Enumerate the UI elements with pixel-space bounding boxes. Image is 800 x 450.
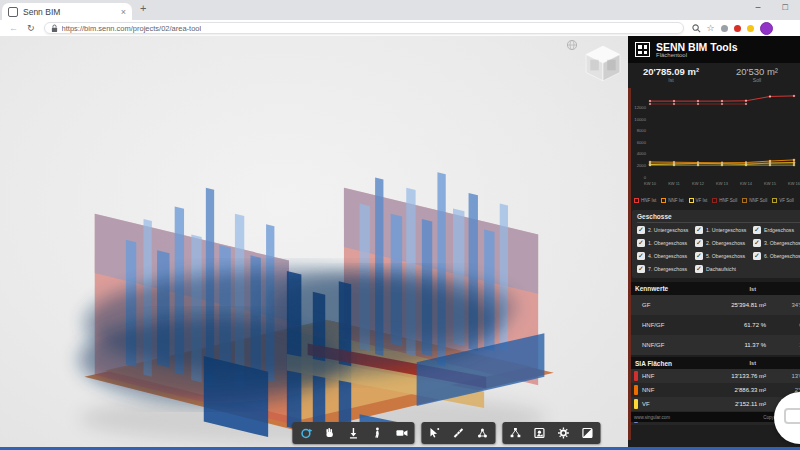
table-row[interactable]: VF2'152.11 m²2'100 m² xyxy=(628,397,800,411)
geschoss-item[interactable]: ✓2. Obergeschoss xyxy=(695,239,751,247)
geschoss-label: 2. Untergeschoss xyxy=(648,227,688,233)
soll-cell: 34'500 m² xyxy=(792,302,800,308)
window-minimize-button[interactable]: – xyxy=(756,0,761,14)
extension-icon-red[interactable] xyxy=(734,25,741,32)
geschoss-item[interactable]: ✓Erdgeschoss xyxy=(753,226,800,234)
legend-item[interactable]: VF Soll xyxy=(772,198,794,203)
geschoss-label: Erdgeschoss xyxy=(764,227,794,233)
table-row[interactable]: GF25'394.81 m²34'500 m² xyxy=(628,295,800,315)
geschoss-item[interactable]: ✓1. Untergeschoss xyxy=(695,226,751,234)
bookmark-star-icon[interactable]: ☆ xyxy=(707,25,715,32)
extension-icon-yellow[interactable] xyxy=(747,25,754,32)
geschoss-label: 7. Obergeschoss xyxy=(648,266,687,272)
address-input[interactable]: https://bim.senn.com/projects/02/area-to… xyxy=(44,22,684,34)
geschosse-title: Geschosse xyxy=(637,213,800,223)
select-icon[interactable] xyxy=(422,423,446,443)
search-icon[interactable] xyxy=(692,24,701,33)
sidebar-scrollbar-thumb[interactable] xyxy=(628,88,631,440)
pan-hand-icon[interactable] xyxy=(317,423,341,443)
geschoss-checkbox[interactable]: ✓ xyxy=(753,226,761,234)
camera-icon[interactable] xyxy=(389,423,413,443)
geschoss-checkbox[interactable]: ✓ xyxy=(695,252,703,260)
geschoss-checkbox[interactable]: ✓ xyxy=(637,265,645,273)
geschoss-checkbox[interactable]: ✓ xyxy=(695,239,703,247)
reload-icon[interactable]: ↻ xyxy=(27,23,35,33)
geschoss-checkbox[interactable]: ✓ xyxy=(695,265,703,273)
ist-cell: 2'152.11 m² xyxy=(735,401,766,407)
geschoss-item[interactable]: ✓1. Obergeschoss xyxy=(637,239,693,247)
footer-link[interactable]: www.singular.com xyxy=(634,415,670,420)
new-tab-button[interactable]: + xyxy=(140,2,146,14)
table-row[interactable]: NNF/GF11.37 %10.1 % xyxy=(628,335,800,355)
svg-text:8000: 8000 xyxy=(637,128,647,133)
svg-text:KW 14: KW 14 xyxy=(740,181,753,186)
gear-icon[interactable] xyxy=(551,423,575,443)
geschoss-item[interactable]: ✓6. Obergeschoss xyxy=(753,252,800,260)
geschoss-label: 5. Obergeschoss xyxy=(706,253,745,259)
geschoss-checkbox[interactable]: ✓ xyxy=(753,252,761,260)
line-chart[interactable]: 020004000600080001000012000KW 10KW 11KW … xyxy=(628,88,800,192)
contrast-icon[interactable] xyxy=(575,423,599,443)
snapshot-icon[interactable] xyxy=(527,423,551,443)
ist-cell: 2'886.33 m² xyxy=(735,387,767,393)
hierarchy-icon[interactable] xyxy=(503,423,527,443)
orbit-icon[interactable] xyxy=(293,423,317,443)
geschoss-checkbox[interactable]: ✓ xyxy=(637,252,645,260)
tab-title: Senn BIM xyxy=(23,7,117,17)
3d-viewport[interactable] xyxy=(0,36,628,450)
walk-person-icon[interactable] xyxy=(365,423,389,443)
browser-window: Senn BIM × + – □ ← ↻ https://bim.senn.co… xyxy=(0,0,800,450)
geschoss-label: 3. Obergeschoss xyxy=(764,240,800,246)
table-row[interactable]: NNF2'886.33 m²2'500 m² xyxy=(628,383,800,397)
ist-value: 20'785.09 m² xyxy=(628,66,714,77)
svg-text:10000: 10000 xyxy=(634,117,646,122)
geschoss-item[interactable]: ✓5. Obergeschoss xyxy=(695,252,751,260)
geschoss-checkbox[interactable]: ✓ xyxy=(695,226,703,234)
extension-icon[interactable] xyxy=(721,25,728,32)
senn-logo-icon xyxy=(635,42,650,57)
soll-value: 20'530 m² xyxy=(714,66,800,77)
tab-favicon-icon xyxy=(8,7,18,17)
app-title: SENN BIM Tools xyxy=(656,42,737,52)
legend-item[interactable]: NNF Ist xyxy=(661,198,683,203)
bim-model[interactable] xyxy=(48,114,588,450)
table-row[interactable]: HNF13'133.76 m²13'000 m² xyxy=(628,369,800,383)
ist-cell: 25'394.81 m² xyxy=(731,302,766,308)
measure-icon[interactable] xyxy=(446,423,470,443)
geschoss-item[interactable]: ✓2. Untergeschoss xyxy=(637,226,693,234)
profile-avatar[interactable] xyxy=(760,22,773,35)
back-icon[interactable]: ← xyxy=(9,23,18,33)
geschoss-item[interactable]: ✓4. Obergeschoss xyxy=(637,252,693,260)
col-ist: Ist xyxy=(750,360,756,366)
geschoss-item[interactable]: ✓Dachaufsicht xyxy=(695,265,751,273)
globe-icon[interactable] xyxy=(566,39,578,51)
viewer-toolbar xyxy=(292,422,600,444)
tab-close-icon[interactable]: × xyxy=(117,7,126,17)
legend-item[interactable]: VF Ist xyxy=(689,198,708,203)
category-color-bar xyxy=(634,399,638,409)
geschoss-item[interactable]: ✓3. Obergeschoss xyxy=(753,239,800,247)
pull-down-icon[interactable] xyxy=(341,423,365,443)
table-row[interactable]: HNF/GF61.72 %60.1 % xyxy=(628,315,800,335)
nodes-icon[interactable] xyxy=(470,423,494,443)
geschoss-checkbox[interactable]: ✓ xyxy=(637,226,645,234)
geschoss-item[interactable]: ✓7. Obergeschoss xyxy=(637,265,693,273)
geschoss-checkbox[interactable]: ✓ xyxy=(753,239,761,247)
nav-cube[interactable] xyxy=(584,46,622,82)
row-label: NNF/GF xyxy=(628,342,664,348)
category-color-bar xyxy=(634,385,638,395)
legend-item[interactable]: HNF Soll xyxy=(712,198,737,203)
kennwerte-table: Kennwerte Ist Soll GF25'394.81 m²34'500 … xyxy=(628,282,800,355)
geschoss-checkbox[interactable]: ✓ xyxy=(637,239,645,247)
legend-item[interactable]: HNF Ist xyxy=(634,198,656,203)
window-maximize-button[interactable]: □ xyxy=(783,0,788,14)
address-bar-row: ← ↻ https://bim.senn.com/projects/02/are… xyxy=(0,20,800,37)
area-chart: 020004000600080001000012000KW 10KW 11KW … xyxy=(628,88,800,207)
geschosse-panel: Geschosse ✓2. Untergeschoss✓1. Untergesc… xyxy=(632,210,800,278)
svg-text:12000: 12000 xyxy=(634,105,646,110)
legend-item[interactable]: NNF Soll xyxy=(742,198,767,203)
browser-tab[interactable]: Senn BIM × xyxy=(2,3,132,20)
svg-text:6000: 6000 xyxy=(637,140,647,145)
svg-text:KW 16: KW 16 xyxy=(788,181,800,186)
chat-icon xyxy=(784,408,800,424)
